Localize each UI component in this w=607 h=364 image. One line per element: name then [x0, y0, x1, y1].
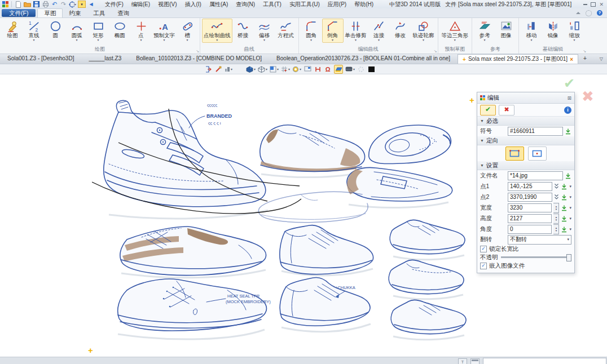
- point1-options-icon[interactable]: ▾: [569, 184, 571, 189]
- layer-display-icon[interactable]: [334, 65, 343, 74]
- help-icon[interactable]: ?: [597, 10, 602, 16]
- point2-input[interactable]: [508, 193, 552, 202]
- equilateral-triangle-button[interactable]: 等边三角形▾: [440, 19, 470, 43]
- pick-point1-icon[interactable]: [561, 183, 568, 190]
- height-spinner[interactable]: ▲▼: [553, 214, 559, 224]
- file-menu-button[interactable]: 文件(F): [2, 9, 36, 17]
- ready-text-button[interactable]: A 预制文字▾: [152, 19, 177, 43]
- wireframe-view-icon[interactable]: ▾: [258, 65, 267, 73]
- menu-tools[interactable]: 工具(T): [259, 0, 285, 8]
- compass-icon[interactable]: ▾: [69, 1, 76, 7]
- pick-angle-icon[interactable]: [561, 226, 568, 233]
- h-constraint-icon[interactable]: [314, 65, 322, 73]
- new-file-icon[interactable]: [15, 1, 22, 7]
- bridge-button[interactable]: 桥接: [232, 19, 254, 39]
- expand-chevrons-icon[interactable]: [554, 183, 559, 189]
- width-options-icon[interactable]: ▾: [569, 206, 571, 210]
- menu-edit[interactable]: 编辑(E): [127, 0, 154, 8]
- restore-button[interactable]: [591, 2, 596, 7]
- cancel-ghost-icon[interactable]: ✖: [582, 88, 594, 105]
- menu-insert[interactable]: 插入(I): [181, 0, 205, 8]
- orientation-center-button[interactable]: [528, 147, 547, 161]
- rectangle-button[interactable]: 矩形▾: [87, 19, 109, 43]
- anchor-point-2[interactable]: +: [88, 347, 93, 354]
- mirror-button[interactable]: 镜像: [542, 19, 564, 39]
- lock-aspect-checkbox[interactable]: ✓: [480, 246, 487, 252]
- cancel-button[interactable]: ✖: [499, 105, 514, 116]
- filename-input[interactable]: [508, 171, 563, 180]
- pick-point2-icon[interactable]: [561, 194, 568, 201]
- flip-select[interactable]: 不翻转▾: [508, 235, 571, 245]
- section-view-icon[interactable]: ▾: [270, 65, 279, 73]
- tab-constraint[interactable]: 约束: [63, 9, 87, 17]
- open-file-icon[interactable]: [24, 1, 31, 7]
- pick-width-icon[interactable]: [561, 205, 568, 211]
- pick-height-icon[interactable]: [561, 215, 568, 222]
- status-text-mode-icon[interactable]: T: [458, 358, 467, 364]
- inactive-gear-icon[interactable]: [357, 65, 365, 73]
- menu-help[interactable]: 帮助(H): [350, 0, 377, 8]
- redo-icon[interactable]: ↷: [60, 1, 67, 7]
- close-button[interactable]: ✕: [599, 2, 604, 7]
- dimension-type-icon[interactable]: ▾: [225, 65, 232, 73]
- new-tab-button[interactable]: +: [578, 54, 592, 64]
- angle-input[interactable]: [508, 225, 552, 234]
- line-button[interactable]: 12 直线▾: [23, 19, 45, 43]
- background-color-icon[interactable]: ▾: [345, 65, 355, 73]
- circle-button[interactable]: 圆: [45, 19, 66, 39]
- width-spinner[interactable]: ▲▼: [553, 203, 559, 213]
- save-icon[interactable]: [33, 1, 40, 7]
- modify-button[interactable]: 修改: [390, 19, 411, 39]
- menu-applications[interactable]: 应用(P): [324, 0, 350, 8]
- confirm-ghost-icon[interactable]: ✔: [564, 76, 575, 91]
- color-swatch-icon[interactable]: [367, 65, 375, 73]
- close-tab-icon[interactable]: ×: [570, 56, 573, 63]
- eraser-icon[interactable]: [214, 65, 222, 73]
- ellipse-button[interactable]: 椭圆: [109, 19, 130, 39]
- pick-file-icon[interactable]: [565, 172, 571, 179]
- print-icon[interactable]: [42, 1, 49, 7]
- menu-view[interactable]: 视图(V): [154, 0, 181, 8]
- anchor-point-1[interactable]: +: [469, 97, 474, 104]
- tab-tools[interactable]: 工具: [87, 9, 111, 17]
- collapse-ribbon-icon[interactable]: [576, 12, 580, 14]
- reference-button[interactable]: 参考▾: [474, 19, 495, 43]
- angle-options-icon[interactable]: ▾: [569, 227, 571, 232]
- section-required[interactable]: ▼必选: [477, 117, 574, 126]
- menu-attributes[interactable]: 属性(A): [205, 0, 232, 8]
- exit-sketch-icon[interactable]: [204, 65, 212, 73]
- dialog-launcher-icon[interactable]: ↘: [196, 49, 199, 53]
- undo-icon[interactable]: ↶: [51, 1, 58, 7]
- doc-tab-1[interactable]: Sola001.Z3 - [Desenho3D]: [0, 54, 81, 64]
- pick-symbol-icon[interactable]: [565, 128, 571, 135]
- point-button[interactable]: 点▾: [130, 19, 152, 43]
- pin-icon[interactable]: +: [463, 56, 466, 63]
- trace-profile-button[interactable]: 轨迹轮廓▾: [411, 19, 436, 43]
- active-command-dropdown-icon[interactable]: ▼: [78, 1, 86, 8]
- doc-tab-active[interactable]: + Sola max steel 29-21075.Z3 - [草图001] ×: [458, 54, 578, 64]
- shaded-view-icon[interactable]: ▾: [246, 65, 256, 73]
- info-button[interactable]: i: [564, 106, 571, 114]
- doc-tab-4[interactable]: Boolean_Operation20130726.Z3 - [BOOLEAN …: [269, 54, 458, 64]
- dialog-launcher-icon[interactable]: ↘: [434, 49, 437, 53]
- image-button[interactable]: 图像: [495, 19, 517, 39]
- point1-input[interactable]: [508, 182, 552, 191]
- minimize-button[interactable]: [583, 4, 587, 5]
- slot-button[interactable]: 槽▾: [177, 19, 198, 43]
- doc-tab-3[interactable]: Bollean_10102013.Z3 - [COMBINE DO MODELO…: [129, 54, 269, 64]
- menu-inquire[interactable]: 查询(N): [232, 0, 259, 8]
- dialog-launcher-icon[interactable]: ↘: [583, 49, 586, 53]
- offset-button[interactable]: 偏移▾: [254, 19, 275, 43]
- height-options-icon[interactable]: ▾: [569, 216, 571, 221]
- tab-overflow-icon[interactable]: ▽: [600, 54, 607, 64]
- curve-by-points-button[interactable]: 点绘制曲线▾: [202, 19, 232, 43]
- grid-toggle-icon[interactable]: ▾: [281, 65, 290, 73]
- width-input[interactable]: [508, 203, 552, 212]
- point2-options-icon[interactable]: ▾: [569, 195, 571, 199]
- collapse-toolbar-icon[interactable]: ◀: [87, 1, 95, 7]
- draw-button[interactable]: 绘图: [2, 19, 23, 39]
- doc-tab-2[interactable]: _____last.Z3: [81, 54, 129, 64]
- fillet-button[interactable]: 圆角▾: [301, 19, 322, 43]
- viewport-icon[interactable]: [304, 65, 311, 73]
- angle-spinner[interactable]: ▲▼: [553, 224, 559, 234]
